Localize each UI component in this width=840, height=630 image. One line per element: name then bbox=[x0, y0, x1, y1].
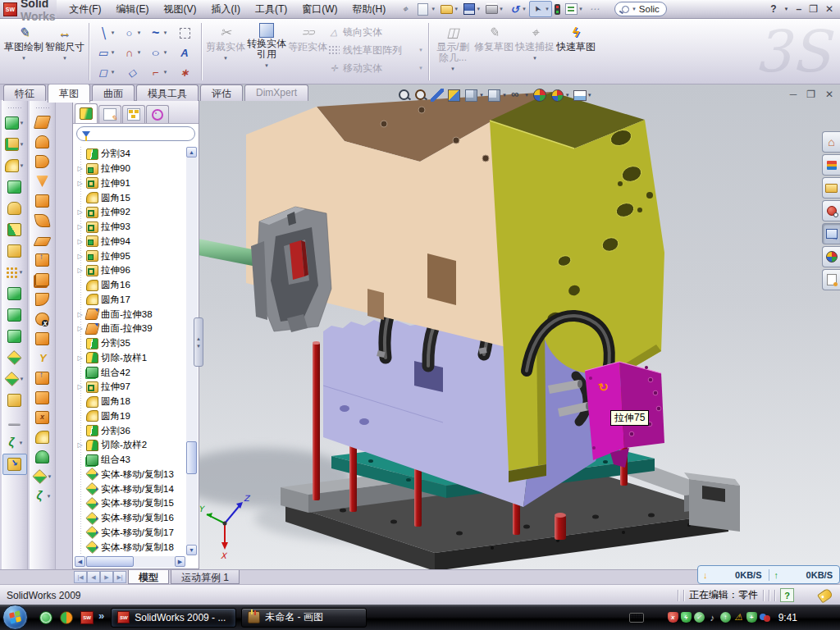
tree-item[interactable]: ▷ 分割36 bbox=[75, 423, 185, 438]
freeform[interactable]: ▼ bbox=[2, 432, 27, 454]
revolved-surface[interactable]: ▼ bbox=[30, 132, 55, 152]
corner-rectangle[interactable]: ▼ bbox=[93, 43, 119, 62]
tree-item[interactable]: ▷ 圆角16 bbox=[75, 278, 185, 293]
design-library[interactable] bbox=[822, 154, 840, 176]
tree-item[interactable]: ▷ 圆角18 bbox=[75, 395, 185, 409]
antivirus[interactable] bbox=[681, 612, 692, 623]
file-explorer[interactable] bbox=[822, 177, 840, 199]
hide-show[interactable]: ▼ bbox=[510, 89, 529, 102]
move-copy-body[interactable]: ▼ bbox=[2, 347, 27, 368]
configurationmanager[interactable] bbox=[122, 105, 145, 123]
expand-arrow-icon[interactable]: ▷ bbox=[76, 165, 84, 172]
tree-item[interactable]: ▷ 实体-移动/复制15 bbox=[75, 496, 185, 511]
apply-scene[interactable]: ▼ bbox=[550, 89, 570, 103]
expand-arrow-icon[interactable]: ▷ bbox=[76, 223, 84, 231]
menu-item[interactable]: 工具(T) bbox=[248, 1, 294, 18]
tree-filter-input[interactable] bbox=[76, 126, 195, 141]
tree-item[interactable]: ▷ 实体-移动/复制14 bbox=[75, 482, 185, 496]
freeform-surface[interactable]: ▼ bbox=[30, 211, 55, 231]
menu-item[interactable]: 插入(I) bbox=[204, 1, 248, 18]
tag-icon[interactable] bbox=[817, 587, 833, 603]
text[interactable]: ▼ bbox=[171, 43, 198, 62]
tree-item[interactable]: ▷ 分割34 bbox=[75, 147, 185, 162]
spline[interactable]: ▼ bbox=[145, 23, 171, 43]
home[interactable] bbox=[822, 131, 840, 153]
certificate[interactable] bbox=[694, 612, 705, 623]
view-orientation[interactable]: ▼ bbox=[464, 89, 484, 103]
appearances[interactable] bbox=[822, 246, 840, 267]
graphics-viewport[interactable]: ↻ Y Z X ▼ ▼ bbox=[199, 84, 840, 569]
flatten-surface[interactable]: ▼ bbox=[30, 388, 55, 408]
delete-body[interactable]: ▼ bbox=[2, 390, 27, 411]
swept-boss[interactable]: ▼ bbox=[2, 176, 27, 198]
task-button[interactable]: 未命名 - 画图 bbox=[241, 608, 367, 628]
rebuild[interactable]: ▼ bbox=[552, 1, 563, 17]
menu-item[interactable]: 编辑(E) bbox=[109, 1, 157, 18]
help-dropdown-icon[interactable]: ▼ bbox=[784, 7, 789, 11]
move-entities[interactable]: 移动实体▼ bbox=[328, 61, 425, 75]
tree-item[interactable]: ▷ 切除-放样1 bbox=[75, 351, 185, 366]
panel-splitter[interactable]: ▲▼ bbox=[194, 317, 203, 367]
expand-arrow-icon[interactable]: ▷ bbox=[76, 267, 84, 274]
planar-surface[interactable]: ▼ bbox=[30, 231, 55, 250]
offset-entities[interactable]: 等距实体▼ bbox=[287, 20, 328, 84]
ellipse[interactable]: ▼ bbox=[145, 43, 171, 62]
expand-arrow-icon[interactable]: ▷ bbox=[76, 253, 84, 260]
tree-item[interactable]: ▷ 实体-移动/复制13 bbox=[75, 468, 185, 482]
audio[interactable] bbox=[707, 612, 718, 623]
tree-item[interactable]: ▷ 拉伸93 bbox=[75, 220, 185, 235]
combine[interactable]: ▼ bbox=[2, 283, 27, 304]
lofted-surface[interactable]: ▼ bbox=[30, 152, 55, 171]
featuremanager[interactable] bbox=[75, 103, 98, 123]
knit-surface[interactable]: ▼ bbox=[30, 349, 55, 368]
section-view[interactable]: ▼ bbox=[447, 89, 461, 103]
menu-item[interactable]: 视图(V) bbox=[157, 1, 204, 18]
trim-surface[interactable]: ▼ bbox=[30, 408, 55, 427]
trim-entities[interactable]: 剪裁实体▼ bbox=[205, 20, 246, 84]
extruded-cut[interactable]: ▼ bbox=[2, 134, 27, 155]
propertymanager[interactable] bbox=[98, 105, 121, 123]
quick-snaps[interactable]: 快速捕捉▼ bbox=[514, 20, 555, 84]
menu-item[interactable]: 帮助(H) bbox=[345, 1, 394, 18]
search[interactable] bbox=[822, 200, 840, 221]
expand-arrow-icon[interactable]: ▷ bbox=[76, 325, 84, 332]
circle[interactable]: ▼ bbox=[119, 23, 145, 43]
tree-item[interactable]: ▷ 分割35 bbox=[75, 336, 185, 351]
tree-item[interactable]: ▷ 实体-移动/复制17 bbox=[75, 526, 185, 541]
thicken[interactable]: ▼ bbox=[30, 270, 55, 290]
tree-horizontal-scrollbar[interactable]: ◀ ▶ bbox=[75, 556, 185, 568]
next[interactable]: ▶ bbox=[100, 571, 113, 583]
zoom-area[interactable]: ▼ bbox=[414, 89, 427, 102]
tree-item[interactable]: ▷ 组合43 bbox=[75, 453, 185, 468]
replace-face[interactable]: ▼ bbox=[30, 329, 55, 349]
model-tab[interactable]: 运动算例 1 bbox=[171, 570, 240, 584]
tree-item[interactable]: ▷ 曲面-拉伸38 bbox=[75, 307, 185, 322]
measure[interactable]: ▼ bbox=[2, 454, 27, 475]
search-dropdown-icon[interactable]: ▼ bbox=[632, 7, 637, 11]
tree-item[interactable]: ▷ 拉伸92 bbox=[75, 205, 185, 220]
linear-pattern[interactable]: ▼ bbox=[2, 262, 27, 283]
previous[interactable]: ◀ bbox=[87, 571, 100, 583]
taskbar-clock[interactable]: 9:41 bbox=[778, 612, 797, 623]
overflow[interactable]: ▼ bbox=[586, 1, 603, 17]
tree-item[interactable]: ▷ 拉伸96 bbox=[75, 263, 185, 278]
keyboard[interactable] bbox=[629, 613, 644, 623]
search-input[interactable]: ▼ Solic bbox=[614, 2, 667, 16]
intersect[interactable]: ▼ bbox=[2, 304, 27, 326]
print[interactable]: ▼ bbox=[483, 1, 506, 17]
edit-appearance[interactable]: ▼ bbox=[532, 88, 547, 103]
task-button[interactable]: SW SolidWorks 2009 - ... bbox=[111, 608, 236, 628]
tree-item[interactable]: ▷ 实体-移动/复制18 bbox=[75, 540, 185, 555]
dimxpertmanager[interactable] bbox=[146, 105, 169, 123]
scroll-thumb[interactable] bbox=[86, 556, 134, 567]
help-button[interactable]: ? bbox=[770, 3, 776, 15]
scroll-left-icon[interactable]: ◀ bbox=[75, 556, 85, 567]
view-settings[interactable]: ▼ bbox=[573, 89, 592, 103]
extend-surface[interactable]: ▼ bbox=[30, 250, 55, 270]
media[interactable] bbox=[60, 611, 73, 624]
insert-part[interactable]: ▼ bbox=[2, 368, 27, 390]
insert-surface[interactable]: ▼ bbox=[30, 467, 55, 486]
expand-arrow-icon[interactable]: ▷ bbox=[76, 354, 84, 362]
fillet[interactable]: ▼ bbox=[2, 155, 27, 176]
model-tab[interactable]: 模型 bbox=[128, 570, 169, 584]
